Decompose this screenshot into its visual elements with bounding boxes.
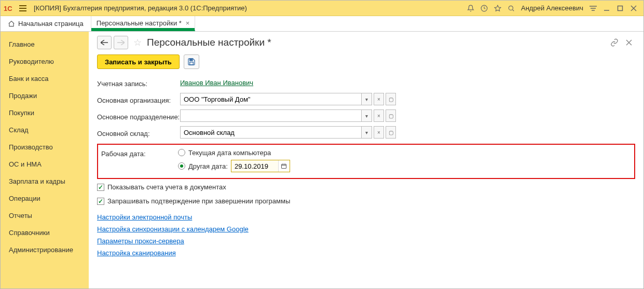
window-title: [КОПИЯ] Бухгалтерия предприятия, редакци… <box>34 4 247 12</box>
nav-forward-button[interactable] <box>114 36 128 49</box>
save-close-button[interactable]: Записать и закрыть <box>97 54 180 69</box>
tab-close-icon[interactable]: × <box>186 19 190 27</box>
svg-rect-18 <box>190 62 194 65</box>
minimize-icon[interactable] <box>600 2 613 15</box>
page-title: Персональные настройки * <box>147 37 271 48</box>
sidebar-item-main[interactable]: Главное <box>1 36 89 53</box>
link-proxy-settings[interactable]: Параметры прокси-сервера <box>97 237 635 245</box>
org-clear-icon[interactable]: × <box>374 93 384 105</box>
svg-point-6 <box>509 6 513 10</box>
svg-rect-17 <box>190 59 193 61</box>
radio-other-date[interactable] <box>178 162 185 170</box>
radio-current-label: Текущая дата компьютера <box>188 149 271 157</box>
link-email-settings[interactable]: Настройки электронной почты <box>97 213 635 221</box>
history-icon[interactable] <box>477 2 491 15</box>
sidebar-item-catalogs[interactable]: Справочники <box>1 224 89 241</box>
sidebar-item-reports[interactable]: Отчеты <box>1 207 89 224</box>
org-input[interactable] <box>180 93 362 105</box>
star-icon[interactable] <box>491 2 504 15</box>
radio-current-date[interactable] <box>178 149 185 156</box>
svg-marker-5 <box>495 5 501 11</box>
user-name[interactable]: Андрей Алексеевич <box>518 4 586 12</box>
sidebar-item-manager[interactable]: Руководителю <box>1 53 89 70</box>
tab-label: Персональные настройки * <box>97 19 182 27</box>
bell-icon[interactable] <box>464 2 477 15</box>
tab-personal-settings[interactable]: Персональные настройки * × <box>91 16 196 31</box>
svg-text:1С: 1С <box>4 5 12 12</box>
org-dropdown-icon[interactable]: ▾ <box>362 93 372 105</box>
svg-rect-19 <box>282 164 286 169</box>
sidebar-item-operations[interactable]: Операции <box>1 190 89 207</box>
settings-lines-icon[interactable] <box>586 2 600 15</box>
chk-confirm-exit[interactable] <box>97 198 104 205</box>
sidebar-item-purchases[interactable]: Покупки <box>1 104 89 121</box>
link-icon[interactable] <box>608 36 621 49</box>
link-google-calendar[interactable]: Настройка синхронизации с календарем Goo… <box>97 225 635 233</box>
svg-rect-12 <box>618 6 623 10</box>
close-page-icon[interactable] <box>623 36 635 49</box>
workdate-highlight-box: Рабочая дата: Текущая дата компьютера Др… <box>97 144 635 179</box>
sidebar-item-sales[interactable]: Продажи <box>1 87 89 104</box>
account-link[interactable]: Иванов Иван Иванович <box>180 79 253 87</box>
titlebar: 1С [КОПИЯ] Бухгалтерия предприятия, реда… <box>1 1 643 16</box>
sidebar-item-admin[interactable]: Администрирование <box>1 241 89 258</box>
hamburger-icon[interactable] <box>17 3 29 13</box>
search-icon[interactable] <box>504 2 518 15</box>
link-scan-settings[interactable]: Настройка сканирования <box>97 249 635 257</box>
close-window-icon[interactable] <box>627 2 640 15</box>
warehouse-dropdown-icon[interactable]: ▾ <box>362 126 372 139</box>
dept-dropdown-icon[interactable]: ▾ <box>362 109 372 122</box>
org-label: Основная организация: <box>97 94 180 104</box>
sidebar-item-warehouse[interactable]: Склад <box>1 121 89 139</box>
svg-line-7 <box>513 9 514 11</box>
sidebar-item-production[interactable]: Производство <box>1 139 89 156</box>
nav-back-button[interactable] <box>97 36 112 49</box>
warehouse-label: Основной склад: <box>97 128 180 137</box>
favorite-star-icon[interactable]: ☆ <box>133 37 142 48</box>
chk-show-accounts-label: Показывать счета учета в документах <box>107 183 226 191</box>
maximize-icon[interactable] <box>613 2 627 15</box>
sidebar: Главное Руководителю Банк и касса Продаж… <box>1 32 89 289</box>
app-logo-icon: 1С <box>4 4 15 13</box>
tab-home[interactable]: Начальная страница <box>1 16 91 31</box>
content-area: ☆ Персональные настройки * Записать и за… <box>89 32 643 289</box>
org-open-icon[interactable]: ▢ <box>386 93 396 105</box>
dept-open-icon[interactable]: ▢ <box>386 109 396 122</box>
account-label: Учетная запись: <box>97 78 180 88</box>
date-input[interactable] <box>231 160 278 172</box>
sidebar-item-assets[interactable]: ОС и НМА <box>1 156 89 173</box>
warehouse-input[interactable] <box>180 126 362 139</box>
sidebar-item-bank[interactable]: Банк и касса <box>1 70 89 87</box>
chk-show-accounts[interactable] <box>97 184 104 191</box>
warehouse-open-icon[interactable]: ▢ <box>386 126 396 139</box>
radio-other-label: Другая дата: <box>188 162 228 170</box>
dept-input[interactable] <box>180 109 362 122</box>
sidebar-item-payroll[interactable]: Зарплата и кадры <box>1 173 89 190</box>
tabs-bar: Начальная страница Персональные настройк… <box>1 16 643 32</box>
workdate-label: Рабочая дата: <box>101 148 178 158</box>
dept-clear-icon[interactable]: × <box>374 109 384 122</box>
chk-confirm-exit-label: Запрашивать подтверждение при завершении… <box>107 197 290 205</box>
home-icon <box>8 20 15 27</box>
warehouse-clear-icon[interactable]: × <box>374 126 384 139</box>
calendar-icon[interactable] <box>278 160 290 172</box>
dept-label: Основное подразделение: <box>97 111 180 121</box>
save-button[interactable] <box>184 54 199 69</box>
tab-home-label: Начальная страница <box>18 20 84 27</box>
